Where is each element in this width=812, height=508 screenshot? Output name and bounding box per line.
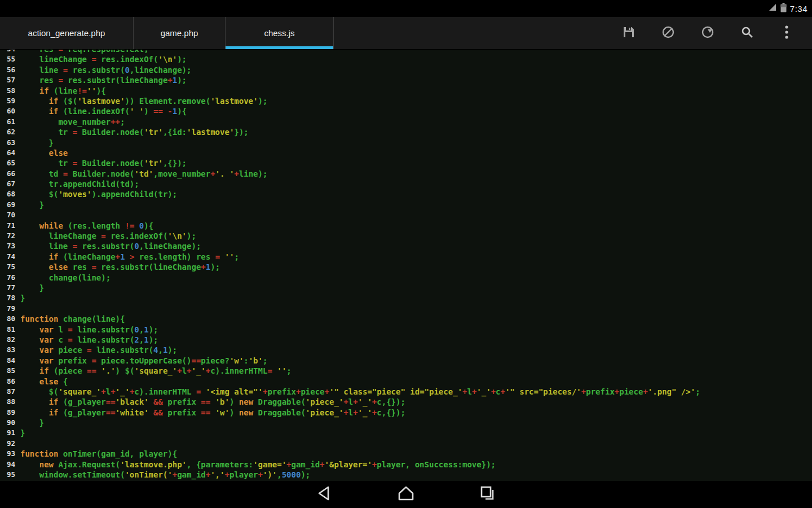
code-line: 80function change(line){ bbox=[0, 314, 812, 324]
line-number: 65 bbox=[0, 158, 20, 168]
code-text: lineChange = res.indexOf('\n'); bbox=[20, 54, 187, 64]
code-text: if (g_player=='black' && prefix == 'b') … bbox=[20, 397, 405, 407]
code-line: 83 var piece = line.substr(4,1); bbox=[0, 345, 812, 355]
line-number: 59 bbox=[0, 96, 20, 106]
line-number: 81 bbox=[0, 325, 20, 335]
code-line: 85 if (piece == '.') $('square_'+l+'_'+c… bbox=[0, 366, 812, 376]
code-line: 75 else res = res.substr(lineChange+1); bbox=[0, 262, 812, 272]
code-line: 92 bbox=[0, 439, 812, 449]
back-icon bbox=[315, 485, 334, 504]
code-text: if (line!=''){ bbox=[20, 86, 106, 96]
code-line: 56 line = res.substr(0,lineChange); bbox=[0, 65, 812, 75]
line-number: 64 bbox=[0, 148, 20, 158]
line-number: 80 bbox=[0, 314, 20, 324]
code-text: tr = Builder.node('tr',{id:'lastmove'}); bbox=[20, 127, 249, 137]
code-text: if (g_player=='white' && prefix == 'w') … bbox=[20, 408, 405, 418]
line-number: 89 bbox=[0, 408, 20, 418]
code-line: 94 new Ajax.Request('lastmove.php', {par… bbox=[0, 459, 812, 470]
home-button[interactable] bbox=[365, 481, 447, 508]
recents-button[interactable] bbox=[447, 481, 529, 508]
line-number: 72 bbox=[0, 231, 20, 241]
code-text: } bbox=[20, 138, 54, 148]
code-text: var piece = line.substr(4,1); bbox=[20, 345, 177, 355]
line-number: 84 bbox=[0, 356, 20, 366]
line-number: 63 bbox=[0, 138, 20, 148]
code-line: 74 if (lineChange+1 > res.length) res = … bbox=[0, 252, 812, 262]
line-number: 73 bbox=[0, 241, 20, 251]
back-button[interactable] bbox=[284, 481, 365, 508]
line-number: 69 bbox=[0, 200, 20, 210]
line-number: 94 bbox=[0, 459, 20, 470]
line-number: 82 bbox=[0, 335, 20, 345]
code-line: 95 window.setTimeout('onTimer('+gam_id+'… bbox=[0, 470, 812, 480]
line-number: 88 bbox=[0, 397, 20, 407]
battery-icon bbox=[780, 3, 787, 15]
code-line: 82 var c = line.substr(2,1); bbox=[0, 335, 812, 345]
tab-action-generate-php[interactable]: action_generate.php bbox=[0, 17, 134, 49]
tab-bar: action_generate.php game.php chess.js bbox=[0, 17, 812, 50]
undo-icon bbox=[661, 25, 675, 41]
line-number: 78 bbox=[0, 293, 20, 303]
code-text: else res = res.substr(lineChange+1); bbox=[20, 262, 220, 272]
line-number: 76 bbox=[0, 273, 20, 283]
code-line: 71 while (res.length != 0){ bbox=[0, 221, 812, 231]
code-line: 73 line = res.substr(0,lineChange); bbox=[0, 241, 812, 251]
code-line: 70 bbox=[0, 210, 812, 220]
code-text: move_number++; bbox=[20, 117, 125, 127]
line-number: 60 bbox=[0, 106, 20, 116]
tab-label: game.php bbox=[161, 28, 198, 38]
code-text: tr = Builder.node('tr',{}); bbox=[20, 158, 187, 168]
code-text: line = res.substr(0,lineChange); bbox=[20, 241, 201, 251]
code-line: 64 else bbox=[0, 148, 812, 158]
code-line: 58 if (line!=''){ bbox=[0, 86, 812, 96]
code-text: if (lineChange+1 > res.length) res = ''; bbox=[20, 252, 239, 262]
code-text: function onTimer(gam_id, player){ bbox=[20, 449, 177, 459]
code-text: } bbox=[20, 200, 44, 210]
line-number: 70 bbox=[0, 210, 20, 220]
code-editor[interactable]: 54 res = req.responseText;55 lineChange … bbox=[0, 50, 812, 481]
code-line: 76 change(line); bbox=[0, 273, 812, 283]
code-line: 90 } bbox=[0, 418, 812, 428]
code-text: var l = line.substr(0,1); bbox=[20, 325, 158, 335]
tab-game-php[interactable]: game.php bbox=[134, 17, 226, 49]
code-line: 67 tr.appendChild(td); bbox=[0, 179, 812, 189]
code-text: new Ajax.Request('lastmove.php', {parame… bbox=[20, 459, 496, 470]
undo-button[interactable] bbox=[648, 17, 688, 50]
redo-button[interactable] bbox=[688, 17, 727, 50]
save-button[interactable] bbox=[609, 17, 648, 50]
save-icon bbox=[622, 25, 636, 41]
redo-icon bbox=[701, 25, 714, 41]
line-number: 87 bbox=[0, 387, 20, 397]
code-line: 68 $('moves').appendChild(tr); bbox=[0, 189, 812, 199]
screen: 7:34 action_generate.php game.php chess.… bbox=[0, 0, 812, 508]
signal-icon bbox=[768, 3, 777, 14]
tab-label: chess.js bbox=[264, 28, 294, 38]
code-line: 93function onTimer(gam_id, player){ bbox=[0, 449, 812, 459]
search-button[interactable] bbox=[727, 17, 767, 50]
code-line: 87 $('square_'+l+'_'+c).innerHTML = '<im… bbox=[0, 387, 812, 397]
code-text: else { bbox=[20, 376, 68, 387]
code-line: 54 res = req.responseText; bbox=[0, 50, 812, 54]
code-text: $('moves').appendChild(tr); bbox=[20, 189, 177, 199]
code-text: lineChange = res.indexOf('\n'); bbox=[20, 231, 196, 241]
code-line: 81 var l = line.substr(0,1); bbox=[0, 325, 812, 335]
line-number: 56 bbox=[0, 65, 20, 75]
code-text: var c = line.substr(2,1); bbox=[20, 335, 158, 345]
code-text: change(line); bbox=[20, 273, 111, 283]
toolbar bbox=[609, 17, 812, 49]
line-number: 58 bbox=[0, 86, 20, 96]
code-lines: 54 res = req.responseText;55 lineChange … bbox=[0, 50, 812, 480]
code-line: 65 tr = Builder.node('tr',{}); bbox=[0, 158, 812, 168]
code-text: } bbox=[20, 293, 25, 303]
line-number: 61 bbox=[0, 117, 20, 127]
code-text: if (line.indexOf(' ') == -1){ bbox=[20, 106, 187, 116]
line-number: 83 bbox=[0, 345, 20, 355]
code-line: 91} bbox=[0, 428, 812, 438]
overflow-menu-button[interactable] bbox=[767, 17, 806, 50]
code-line: 89 if (g_player=='white' && prefix == 'w… bbox=[0, 408, 812, 418]
clock-label: 7:34 bbox=[790, 4, 807, 14]
code-line: 57 res = res.substr(lineChange+1); bbox=[0, 75, 812, 85]
line-number: 92 bbox=[0, 439, 20, 449]
code-line: 60 if (line.indexOf(' ') == -1){ bbox=[0, 106, 812, 116]
tab-chess-js[interactable]: chess.js bbox=[226, 17, 334, 49]
